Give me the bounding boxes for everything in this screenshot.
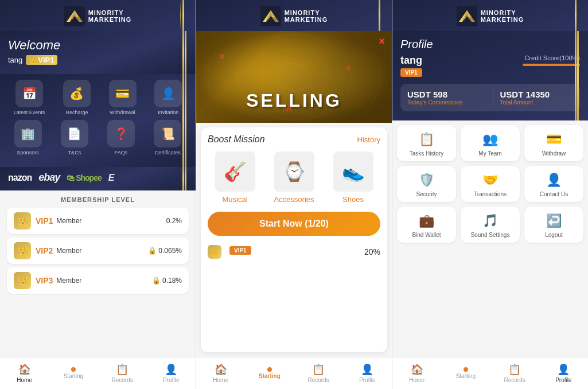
vip2-member-text: Member	[56, 247, 148, 255]
membership-vip2[interactable]: 👑 VIP2 Member 🔒 0.065%	[7, 238, 189, 264]
contact-us-label: Contact Us	[540, 191, 568, 197]
bind-wallet-label: Bind Wallet	[412, 232, 441, 238]
nav-records-label: Records	[308, 377, 329, 383]
security-label: Security	[416, 191, 437, 197]
logo: MINORITY MARKETING	[64, 6, 132, 26]
gold-accent	[185, 74, 186, 167]
selling-banner: × × /\/\ SELLING ×	[196, 31, 392, 123]
profile-icon: 👤	[557, 363, 570, 376]
records-icon: 📋	[508, 363, 521, 376]
action-invitation[interactable]: 👤 Invitation	[154, 80, 182, 115]
my-team-icon: 👥	[482, 132, 498, 147]
nav-profile[interactable]: 👤 Profile	[343, 360, 392, 387]
nav-records[interactable]: 📋 Records	[490, 360, 539, 387]
starting-dot	[267, 367, 272, 372]
transactions-icon: 🤝	[482, 173, 498, 188]
nav-profile[interactable]: 👤 Profile	[539, 360, 588, 387]
menu-contact-us[interactable]: 👤 Contact Us	[524, 166, 583, 202]
musical-img: 🎸	[215, 151, 255, 192]
nav-records[interactable]: 📋 Records	[294, 360, 343, 387]
accessories-name: Accessories	[274, 195, 314, 204]
menu-bind-wallet[interactable]: 💼 Bind Wallet	[397, 207, 456, 243]
menu-my-team[interactable]: 👥 My Team	[461, 125, 520, 161]
contact-us-icon: 👤	[546, 173, 562, 188]
action-tncs[interactable]: 📄 T&Cs	[61, 120, 88, 155]
vip3-level: VIP3	[36, 276, 53, 285]
credit-bar	[523, 64, 580, 66]
nav-records[interactable]: 📋 Records	[98, 360, 147, 387]
action-recharge[interactable]: 💰 Recharge	[63, 80, 91, 115]
menu-transactions[interactable]: 🤝 Transactions	[461, 166, 520, 202]
vip-badge: 👑VIP1	[26, 55, 57, 65]
actions-row-2: 🏢 Sponsors 📄 T&Cs ❓ FAQs 📜 Certificates	[5, 120, 191, 155]
vip1-member-text: Member	[56, 217, 166, 225]
action-sponsors[interactable]: 🏢 Sponsors	[14, 120, 42, 155]
action-certificates[interactable]: 📜 Certificates	[154, 120, 181, 155]
menu-sound-settings[interactable]: 🎵 Sound Settings	[461, 207, 520, 243]
tasks-history-label: Tasks History	[410, 150, 443, 157]
transactions-label: Transactions	[474, 191, 507, 197]
action-label: Recharge	[65, 110, 88, 115]
my-team-label: My Team	[478, 150, 501, 157]
membership-vip3[interactable]: 👑 VIP3 Member 🔒 0.18%	[7, 267, 189, 294]
product-musical[interactable]: 🎸 Musical	[208, 151, 262, 204]
panel-home: MINORITY MARKETING Welcome tang 👑VIP1 📅 …	[0, 0, 196, 389]
history-link[interactable]: History	[357, 135, 380, 144]
product-accessories[interactable]: ⌚ Accessories	[267, 151, 321, 204]
sound-settings-label: Sound Settings	[471, 232, 510, 238]
nav-profile[interactable]: 👤 Profile	[147, 360, 196, 387]
boost-mission: Boost Mission History 🎸 Musical ⌚ Access…	[201, 127, 387, 352]
nav-starting[interactable]: Starting	[441, 364, 490, 383]
panel2-bottom-nav: 🏠 Home Starting 📋 Records 👤 Profile	[196, 357, 392, 389]
menu-logout[interactable]: ↩️ Logout	[524, 207, 583, 243]
panel3-bottom-nav: 🏠 Home Starting 📋 Records 👤 Profile	[392, 357, 588, 389]
commission-amount: USDT 598	[407, 90, 488, 99]
vip1-pct: 20%	[364, 247, 380, 256]
username: tang	[8, 56, 22, 64]
logo-text: MINORITY MARKETING	[285, 9, 328, 23]
boost-title: Boost Mission	[208, 134, 265, 145]
nav-profile-label: Profile	[555, 377, 571, 383]
logo: MINORITY MARKETING	[260, 6, 328, 26]
logo-icon	[64, 6, 85, 26]
nav-home[interactable]: 🏠 Home	[392, 360, 441, 387]
gold-accent	[185, 31, 186, 74]
nav-starting[interactable]: Starting	[49, 364, 98, 383]
brand-logos: nazon ebay 🛍 Shopee E	[0, 167, 196, 190]
product-shoes[interactable]: 👟 Shoes	[326, 151, 380, 204]
action-label: Withdrawal	[110, 110, 135, 115]
menu-tasks-history[interactable]: 📋 Tasks History	[397, 125, 456, 161]
nav-starting[interactable]: Starting	[245, 364, 294, 383]
start-now-button[interactable]: Start Now (1/20)	[208, 212, 380, 236]
latest-events-icon: 📅	[15, 80, 43, 107]
nav-starting-label: Starting	[456, 373, 476, 379]
products-grid: 🎸 Musical ⌚ Accessories 👟 Shoes	[208, 151, 380, 204]
faqs-icon: ❓	[107, 120, 135, 147]
action-latest-events[interactable]: 📅 Latest Events	[14, 80, 45, 115]
total-label: Total Amount	[500, 99, 574, 106]
home-icon: 🏠	[18, 363, 31, 376]
panel1-bottom-nav: 🏠 Home Starting 📋 Records 👤 Profile	[0, 357, 196, 389]
vip2-level: VIP2	[36, 246, 53, 255]
total-amount: USDT 14350	[500, 90, 574, 99]
menu-security[interactable]: 🛡️ Security	[397, 166, 456, 202]
balance-commissions: USDT 598 Today's Commissions	[407, 90, 488, 106]
membership-vip1[interactable]: 👑 VIP1 Member 0.2%	[7, 208, 189, 234]
nav-home-label: Home	[409, 377, 425, 383]
profile-icon: 👤	[165, 363, 177, 376]
logo-text: MINORITY MARKETING	[481, 9, 524, 23]
menu-withdraw[interactable]: 💳 Withdraw	[524, 125, 583, 161]
action-withdrawal[interactable]: 💳 Withdrawal	[109, 80, 137, 115]
action-faqs[interactable]: ❓ FAQs	[107, 120, 135, 155]
svg-text:×: ×	[346, 63, 351, 73]
nav-home[interactable]: 🏠 Home	[196, 360, 245, 387]
commission-label: Today's Commissions	[407, 99, 488, 106]
records-icon: 📋	[312, 363, 325, 376]
panel2-header: MINORITY MARKETING	[196, 0, 392, 31]
profile-user-row: tang VIP1 Credit Score(100%)	[400, 55, 580, 80]
logo: MINORITY MARKETING	[457, 6, 524, 26]
banner-close[interactable]: ×	[379, 36, 385, 48]
vip1-level: VIP1	[36, 216, 53, 225]
nav-home[interactable]: 🏠 Home	[0, 360, 49, 387]
starting-dot	[464, 367, 468, 372]
